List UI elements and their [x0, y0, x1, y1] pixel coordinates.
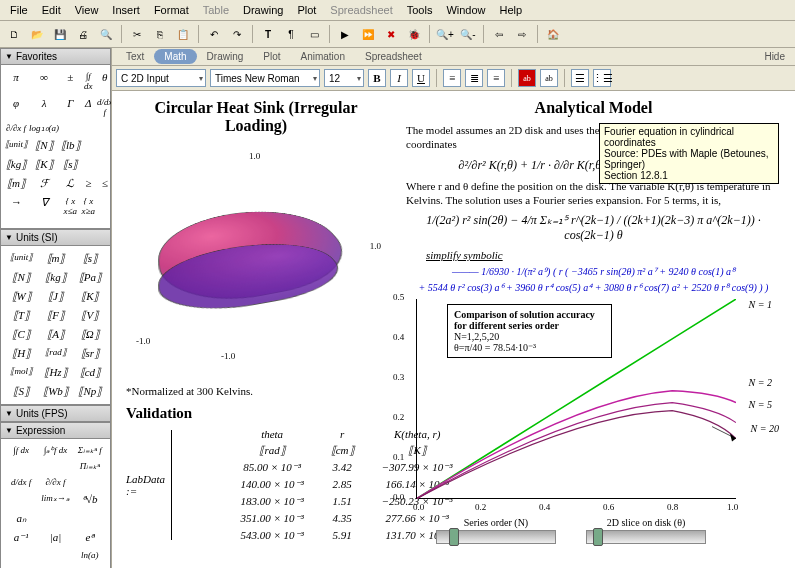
- panel-favorites-head[interactable]: Favorites: [0, 48, 111, 65]
- italic-button[interactable]: I: [390, 69, 408, 87]
- menu-table[interactable]: Table: [197, 2, 235, 18]
- palette-item[interactable]: ∂/∂x f: [4, 120, 28, 136]
- palette-item[interactable]: ⟦V⟧: [73, 306, 107, 325]
- palette-item[interactable]: ⟦unit⟧: [4, 136, 28, 155]
- zoom-in-button[interactable]: 🔍+: [435, 24, 455, 44]
- menu-spreadsheet[interactable]: Spreadsheet: [324, 2, 398, 18]
- palette-item[interactable]: [4, 458, 38, 474]
- plot-3d[interactable]: 1.0 1.0 -1.0 -1.0: [131, 141, 381, 381]
- menu-file[interactable]: File: [4, 2, 34, 18]
- menu-insert[interactable]: Insert: [106, 2, 146, 18]
- bold-button[interactable]: B: [368, 69, 386, 87]
- palette-item[interactable]: ⟦K⟧: [28, 155, 60, 174]
- palette-item[interactable]: [4, 219, 28, 225]
- palette-item[interactable]: ±: [60, 68, 81, 94]
- palette-item[interactable]: ∫f dx: [4, 442, 38, 458]
- palette-item[interactable]: |a|: [38, 528, 72, 547]
- palette-item[interactable]: Σᵢ₌ₖⁿ f: [73, 442, 107, 458]
- palette-item[interactable]: [81, 155, 96, 174]
- menu-edit[interactable]: Edit: [36, 2, 67, 18]
- palette-item[interactable]: [4, 547, 38, 563]
- palette-item[interactable]: ≥: [81, 174, 96, 193]
- palette-item[interactable]: π: [4, 68, 28, 94]
- document-area[interactable]: Circular Heat Sink (Irregular Loading) 1…: [112, 91, 795, 568]
- palette-item[interactable]: ᵃ√b: [73, 490, 107, 509]
- slider-theta-thumb[interactable]: [593, 528, 603, 546]
- palette-item[interactable]: ⟦s⟧: [60, 155, 81, 174]
- palette-item[interactable]: [38, 458, 72, 474]
- execute-button[interactable]: ▶: [335, 24, 355, 44]
- palette-item[interactable]: ⟦T⟧: [4, 306, 38, 325]
- copy-button[interactable]: ⎘: [150, 24, 170, 44]
- palette-item[interactable]: ⟦cd⟧: [73, 363, 107, 382]
- palette-item[interactable]: { x x≤a: [60, 193, 81, 219]
- back-button[interactable]: ⇦: [489, 24, 509, 44]
- palette-item[interactable]: ⟦N⟧: [4, 268, 38, 287]
- panel-expression-head[interactable]: Expression: [0, 422, 111, 439]
- palette-item[interactable]: ⟦Wb⟧: [38, 382, 72, 401]
- execute-all-button[interactable]: ⏩: [358, 24, 378, 44]
- palette-item[interactable]: ⟦N⟧: [28, 136, 60, 155]
- font-combo[interactable]: Times New Roman: [210, 69, 320, 87]
- palette-item[interactable]: ⟦F⟧: [38, 306, 72, 325]
- menu-format[interactable]: Format: [148, 2, 195, 18]
- menu-view[interactable]: View: [69, 2, 105, 18]
- palette-item[interactable]: ℱ: [28, 174, 60, 193]
- palette-item[interactable]: limₓ→ₐ: [38, 490, 72, 509]
- palette-item[interactable]: [96, 136, 112, 155]
- palette-item[interactable]: [4, 490, 38, 509]
- palette-item[interactable]: ⟦Ω⟧: [73, 325, 107, 344]
- palette-item[interactable]: [96, 120, 112, 136]
- palette-item[interactable]: ℒ: [60, 174, 81, 193]
- palette-item[interactable]: ⟦J⟧: [38, 287, 72, 306]
- palette-item[interactable]: ⟦S⟧: [4, 382, 38, 401]
- save-button[interactable]: 💾: [50, 24, 70, 44]
- tab-animation[interactable]: Animation: [291, 49, 355, 64]
- palette-item[interactable]: λ: [28, 94, 60, 120]
- cut-button[interactable]: ✂: [127, 24, 147, 44]
- chart-comparison[interactable]: Comparison of solution accuracy for diff…: [416, 299, 736, 499]
- palette-item[interactable]: ⟦C⟧: [4, 325, 38, 344]
- palette-item[interactable]: ⟦unit⟧: [4, 249, 38, 268]
- palette-item[interactable]: [38, 563, 72, 568]
- menu-plot[interactable]: Plot: [291, 2, 322, 18]
- palette-item[interactable]: ⟦K⟧: [73, 287, 107, 306]
- palette-item[interactable]: ∂/∂x f: [38, 474, 72, 490]
- palette-item[interactable]: θ: [96, 68, 112, 94]
- tab-spreadsheet[interactable]: Spreadsheet: [355, 49, 432, 64]
- hide-toolbar-button[interactable]: Hide: [764, 51, 791, 62]
- palette-item[interactable]: ⟦W⟧: [4, 287, 38, 306]
- palette-item[interactable]: ⟦kg⟧: [4, 155, 28, 174]
- palette-item[interactable]: ∞: [28, 68, 60, 94]
- palette-item[interactable]: ⟦m⟧: [4, 174, 28, 193]
- paste-button[interactable]: 📋: [173, 24, 193, 44]
- slider-series[interactable]: [436, 530, 556, 544]
- stop-button[interactable]: ✖: [381, 24, 401, 44]
- palette-item[interactable]: [96, 193, 112, 219]
- palette-item[interactable]: ⟦Pa⟧: [73, 268, 107, 287]
- palette-item[interactable]: [60, 120, 81, 136]
- palette-item[interactable]: Πᵢ₌ₖⁿ: [73, 458, 107, 474]
- palette-item[interactable]: ⟦kg⟧: [38, 268, 72, 287]
- palette-item[interactable]: aₙ: [4, 509, 38, 528]
- forward-button[interactable]: ⇨: [512, 24, 532, 44]
- menu-drawing[interactable]: Drawing: [237, 2, 289, 18]
- style1-button[interactable]: ab: [518, 69, 536, 87]
- align-left-button[interactable]: ≡: [443, 69, 461, 87]
- panel-units-si-head[interactable]: Units (SI): [0, 229, 111, 246]
- redo-button[interactable]: ↷: [227, 24, 247, 44]
- palette-item[interactable]: eᵃ: [73, 528, 107, 547]
- tab-text[interactable]: Text: [116, 49, 154, 64]
- insert-block-button[interactable]: ▭: [304, 24, 324, 44]
- palette-item[interactable]: a⁻¹: [4, 528, 38, 547]
- palette-item[interactable]: ⟦rad⟧: [38, 344, 72, 363]
- palette-item[interactable]: log₁₀(a): [4, 563, 38, 568]
- palette-item[interactable]: Δ: [81, 94, 96, 120]
- palette-item[interactable]: { x x≥a: [81, 193, 96, 219]
- new-button[interactable]: 🗋: [4, 24, 24, 44]
- palette-item[interactable]: →: [4, 193, 28, 219]
- preview-button[interactable]: 🔍: [96, 24, 116, 44]
- palette-item[interactable]: [81, 136, 96, 155]
- size-combo[interactable]: 12: [324, 69, 364, 87]
- panel-units-fps-head[interactable]: Units (FPS): [0, 405, 111, 422]
